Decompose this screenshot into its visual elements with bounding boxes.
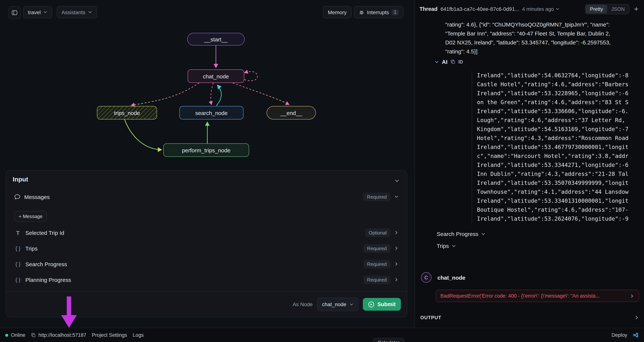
memory-button[interactable]: Memory [323,6,352,18]
section-label: Search Progress [437,231,478,237]
edge-chat-trips [131,83,199,105]
add-message-label: + Message [19,214,42,219]
graph-node-end[interactable]: __end__ [266,106,316,119]
code-line: Ireland","latitude":53.33401310000001,"l… [477,196,644,205]
chat-node-message-header: C chat_node [421,272,466,283]
output-label: OUTPUT [420,314,634,320]
chevron-down-icon [434,60,439,64]
message-node-name: chat_node [438,274,466,281]
logs-link[interactable]: Logs [133,332,144,338]
edge-chat-end [233,83,289,105]
new-thread-button[interactable]: + [633,5,640,13]
edge-trips-perform [124,119,162,150]
chevron-down-icon[interactable] [394,195,399,199]
collapse-input-chevron-icon[interactable] [394,179,400,183]
error-message-box[interactable]: BadRequestError('Error code: 400 - {\'er… [436,290,639,302]
section-search-progress[interactable]: Search Progress [437,231,485,237]
code-line: Inn Dublin","rating":4.3,"address":"21-2… [477,169,644,179]
code-line: Ireland","latitude":53.336606,"longitude… [477,107,644,116]
graph-node-perform[interactable]: perform_trips_node [163,143,249,157]
server-url[interactable]: http://localhost:57187 [31,332,86,338]
json-line: "rating": 4.6}, {"id": "ChIJMQYhsoQOZ0gR… [445,20,641,29]
id-label: ID [458,59,463,64]
thread-timestamp: 4 minutes ago [522,6,554,12]
json-line: "rating": 4.5}] [445,47,641,56]
required-badge: Required [363,244,390,253]
input-row-planning-progress[interactable]: { } Planning Progress Required [6,273,407,286]
thread-id: 641fb1a3-ca7c-40ee-87c6-0d91... [440,6,519,12]
view-pretty-button[interactable]: Pretty [586,5,607,13]
chevron-right-icon[interactable] [394,246,399,251]
section-trips[interactable]: Trips [437,243,456,249]
section-label: Trips [437,243,449,249]
row-label: Planning Progress [25,276,71,283]
code-line: Castle Hotel","rating":4.6,"address":"Ba… [477,80,644,89]
online-dot-icon [5,333,8,336]
input-row-messages[interactable]: Messages Required [6,190,407,204]
copy-icon[interactable] [450,59,455,64]
as-node-dropdown[interactable]: chat_node [317,298,358,311]
chevron-right-icon[interactable] [394,277,399,282]
thread-time-dropdown[interactable]: 4 minutes ago [522,6,560,12]
graph-node-trips[interactable]: trips_node [97,106,157,119]
input-panel-title: Input [13,176,28,183]
submit-label: Submit [378,301,396,307]
code-line: Hotel","rating":4.3,"address":"Roscommon… [477,134,644,143]
add-message-button[interactable]: + Message [14,211,47,222]
input-row-search-progress[interactable]: { } Search Progress Required [6,257,407,271]
code-line: Townhouse","rating":4.1,"address":"44 La… [477,188,644,196]
ai-message-header[interactable]: AI ID [434,59,463,65]
chevron-down-icon [481,232,485,236]
row-label: Messages [24,194,50,200]
online-label: Online [11,332,25,338]
input-row-selected-trip-id[interactable]: T Selected Trip Id Optional [6,226,407,239]
row-label: Trips [25,245,38,251]
braces-icon: { } [14,261,22,267]
chevron-down-icon [88,10,92,14]
chevron-down-icon [43,10,47,14]
calculator-chip[interactable]: Calculator [373,338,404,342]
optional-badge: Optional [365,228,390,237]
chat-bubble-icon [14,194,20,200]
assistants-label: Assistants [62,9,86,15]
view-json-button[interactable]: JSON [607,5,629,13]
status-bar: Online http://localhost:57187 Project Se… [0,328,644,342]
submit-button[interactable]: Submit [363,298,401,311]
braces-icon: { } [14,245,22,251]
text-type-icon: T [14,229,22,236]
error-text: BadRequestError('Error code: 400 - {\'er… [440,293,627,299]
calculator-label: Calculator [378,340,400,342]
graph-node-chat[interactable]: chat_node [188,69,244,83]
chevron-down-icon [556,7,559,11]
project-dropdown[interactable]: travel [23,6,52,18]
code-line: Ireland","latitude":53.3344271,"longitud… [477,160,644,169]
thread-header: Thread 641fb1a3-ca7c-40ee-87c6-0d91... 4… [415,0,644,18]
node-label: search_node [195,110,228,116]
chevron-right-icon [634,315,639,320]
code-line: Ireland","latitude":53.35070349999999,"l… [477,179,644,188]
chevron-down-icon [452,244,456,248]
graph-panel: __start__ chat_node trips_node search_no… [0,0,415,328]
assistants-dropdown[interactable]: Assistants [57,6,97,18]
graph-node-start[interactable]: __start__ [187,33,244,46]
input-panel: Input Messages Required + Message T Sele… [6,170,407,317]
output-section[interactable]: OUTPUT [415,312,644,322]
play-icon [368,301,374,307]
code-line: Boutique Hostel","rating":4.6,"address":… [477,205,644,214]
as-node-value: chat_node [322,301,346,307]
ai-label: AI [442,59,448,65]
graph-node-search[interactable]: search_node [179,106,244,119]
chevron-right-icon[interactable] [394,230,399,235]
input-row-trips[interactable]: { } Trips Required [6,242,407,255]
tool-output-code-block: Ireland","latitude":54.0632764,"longitud… [472,71,644,223]
interrupts-button[interactable]: Interrupts 1 [354,6,404,18]
code-line: Ireland","latitude":53.46779730000001,"l… [477,143,644,151]
chevron-down-icon [350,302,354,306]
project-settings-link[interactable]: Project Settings [92,332,127,338]
edge-chat-selfloop [244,72,258,81]
chevron-right-icon[interactable] [394,262,399,266]
deploy-link[interactable]: Deploy [612,332,627,338]
vscode-icon[interactable] [632,332,639,338]
row-label: Selected Trip Id [25,229,64,236]
sidebar-toggle-button[interactable] [8,6,21,19]
